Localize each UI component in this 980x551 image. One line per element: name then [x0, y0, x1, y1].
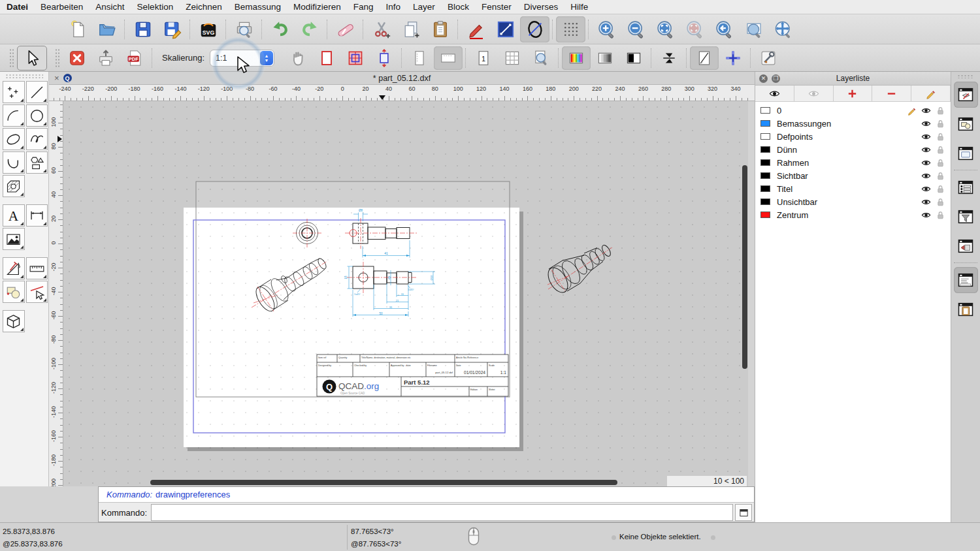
hatch-tool-button[interactable]	[3, 175, 25, 197]
layer-lock-icon[interactable]	[936, 119, 945, 129]
delete-entities-button[interactable]	[331, 16, 360, 42]
svg-export-button[interactable]: SVG	[193, 16, 223, 42]
horizontal-scrollbar[interactable]	[150, 480, 617, 485]
layer-lock-icon[interactable]	[936, 158, 945, 168]
layer-visibility-icon[interactable]	[921, 145, 931, 155]
point-tool-button[interactable]	[3, 81, 25, 103]
cut-button[interactable]	[367, 16, 396, 42]
layer-row-unsichtbar[interactable]: Unsichtbar	[755, 195, 951, 208]
layer-lock-icon[interactable]	[936, 184, 945, 194]
hand-pan-button[interactable]	[284, 46, 312, 70]
color-full-button[interactable]	[562, 46, 591, 70]
page-multi-button[interactable]	[498, 46, 527, 70]
zoom-previous-button[interactable]	[710, 16, 739, 42]
menu-modifizieren[interactable]: Modifizieren	[293, 2, 341, 12]
layer-row-defpoints[interactable]: Defpoints	[755, 130, 951, 143]
library-browser-panel-button[interactable]	[954, 233, 978, 259]
layer-visibility-icon[interactable]	[921, 119, 931, 129]
block-list-panel-button[interactable]	[954, 111, 978, 137]
auto-zoom-button[interactable]	[651, 16, 680, 42]
app-preferences-button[interactable]	[754, 46, 783, 70]
shape-tool-button[interactable]	[26, 151, 48, 174]
color-gray-button[interactable]	[591, 46, 619, 70]
layer-visibility-icon[interactable]	[921, 158, 931, 168]
layer-row-sichtbar[interactable]: Sichtbar	[755, 169, 951, 182]
menu-bearbeiten[interactable]: Bearbeiten	[41, 2, 83, 12]
grid-toggle-button[interactable]	[556, 16, 585, 42]
page-single-button[interactable]: 1	[469, 46, 498, 70]
page-landscape-button[interactable]	[434, 46, 463, 70]
property-editor-button[interactable]	[461, 16, 491, 42]
menu-bemassung[interactable]: Bemassung	[235, 2, 281, 12]
save-button[interactable]	[128, 16, 157, 42]
pan-zoom-button[interactable]	[768, 16, 798, 42]
copy-button[interactable]	[396, 16, 425, 42]
menu-info[interactable]: Info	[386, 2, 401, 12]
lineweight-toggle-button[interactable]	[655, 46, 683, 70]
image-tool-button[interactable]	[3, 228, 25, 250]
layer-lock-icon[interactable]	[936, 145, 945, 155]
layer-visibility-icon[interactable]	[921, 184, 931, 194]
menu-fenster[interactable]: Fenster	[482, 2, 512, 12]
print-button[interactable]	[91, 46, 120, 70]
line-tool-button[interactable]	[26, 81, 48, 103]
layer-row-0[interactable]: 0	[755, 104, 951, 117]
paper-border-button[interactable]	[312, 46, 341, 70]
command-panel-icon[interactable]	[735, 504, 752, 521]
layer-row-bemassungen[interactable]: Bemassungen	[755, 117, 951, 130]
menu-zeichnen[interactable]: Zeichnen	[186, 2, 222, 12]
block-tool-button[interactable]	[3, 281, 25, 303]
close-preview-button[interactable]	[63, 46, 91, 70]
dimension-tool-button[interactable]	[26, 204, 48, 227]
polyline-tool-button[interactable]	[3, 151, 25, 174]
layer-visibility-icon[interactable]	[921, 197, 931, 207]
remove-layer-button[interactable]	[872, 86, 911, 101]
layer-row-rahmen[interactable]: Rahmen	[755, 156, 951, 169]
solid-tool-button[interactable]	[3, 310, 25, 332]
menu-diverses[interactable]: Diverses	[524, 2, 559, 12]
zoom-window-button[interactable]	[739, 16, 768, 42]
layer-visibility-icon[interactable]	[921, 132, 931, 142]
menu-ansicht[interactable]: Ansicht	[95, 2, 124, 12]
layer-lock-icon[interactable]	[936, 210, 945, 220]
undo-button[interactable]	[265, 16, 295, 42]
menu-datei[interactable]: Datei	[7, 2, 28, 12]
drawing-canvas[interactable]: Ø8 41	[63, 101, 748, 486]
property-filter-panel-button[interactable]	[954, 204, 978, 230]
clipboard-panel-panel-button[interactable]	[954, 296, 978, 323]
command-line-panel-button[interactable]	[954, 267, 978, 293]
layer-lock-icon[interactable]	[936, 132, 945, 142]
layer-visibility-icon[interactable]	[921, 171, 931, 181]
layer-row-titel[interactable]: Titel	[755, 182, 951, 195]
layer-row-zentrum[interactable]: Zentrum	[755, 208, 951, 221]
layer-lock-icon[interactable]	[936, 106, 945, 116]
new-file-button[interactable]	[63, 16, 92, 42]
zoom-page-button[interactable]	[527, 46, 555, 70]
draft-toggle-button[interactable]	[690, 46, 719, 70]
paper-margins-button[interactable]	[341, 46, 370, 70]
command-input[interactable]	[151, 504, 733, 521]
page-portrait-button[interactable]	[405, 46, 434, 70]
color-bw-button[interactable]	[619, 46, 648, 70]
menu-hilfe[interactable]: Hilfe	[570, 2, 588, 12]
divide-tool-button[interactable]	[26, 281, 48, 303]
layer-visibility-icon[interactable]	[921, 210, 931, 220]
menu-block[interactable]: Block	[448, 2, 469, 12]
layer-row-d-nn[interactable]: Dünn	[755, 143, 951, 156]
edit-layer-button[interactable]	[911, 86, 951, 101]
draw-ellipse-quick-button[interactable]	[520, 16, 549, 42]
crosshair-toggle-button[interactable]	[719, 46, 747, 70]
layer-edit-icon[interactable]	[907, 106, 917, 116]
layer-visibility-icon[interactable]	[921, 106, 931, 116]
layer-lock-icon[interactable]	[936, 171, 945, 181]
spline-tool-button[interactable]	[26, 128, 48, 150]
circle-tool-button[interactable]	[26, 104, 48, 127]
menu-fang[interactable]: Fang	[353, 2, 374, 12]
zoom-in-button[interactable]	[592, 16, 621, 42]
zoom-out-button[interactable]	[621, 16, 651, 42]
arc-tool-button[interactable]	[3, 104, 25, 127]
modify-tool-button[interactable]	[3, 257, 25, 279]
paste-button[interactable]	[425, 16, 455, 42]
vertical-scrollbar[interactable]	[742, 165, 747, 369]
menu-layer[interactable]: Layer	[413, 2, 435, 12]
